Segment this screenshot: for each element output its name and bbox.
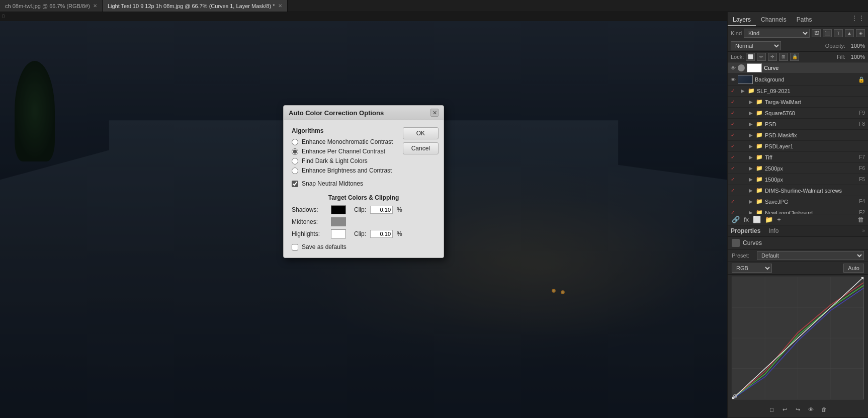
layer-arrow-3[interactable]: ▶: [749, 121, 754, 127]
blend-mode-select[interactable]: Normal: [731, 41, 781, 50]
shadows-label: Shadows:: [292, 206, 327, 213]
layer-item[interactable]: ✓ ▶ 📁 SLF_09-2021: [728, 86, 868, 97]
background-layer[interactable]: 👁 Background 🔒: [728, 74, 868, 86]
preset-label: Preset:: [732, 253, 757, 259]
lock-icon-artboards[interactable]: ⊞: [779, 53, 788, 61]
layer-item[interactable]: ✓ ▶ 📁 1500px F5: [728, 174, 868, 185]
tab-1-close[interactable]: ✕: [278, 3, 282, 9]
props-icon-undo[interactable]: ↩: [779, 404, 791, 414]
info-tab[interactable]: Info: [768, 227, 778, 234]
radio-monochromatic-input[interactable]: [292, 139, 298, 145]
layer-item[interactable]: ✓ ▶ 📁 Square5760 F9: [728, 108, 868, 119]
new-layer-button[interactable]: +: [776, 216, 782, 223]
props-icon-redo[interactable]: ↪: [793, 404, 804, 414]
curve-adjustment-icon: [738, 64, 745, 71]
layer-check-8: ✓: [731, 177, 737, 182]
fill-value: 100%: [847, 54, 865, 60]
curve-mask-thumbnail: [747, 63, 762, 72]
curves-chart[interactable]: [732, 277, 864, 399]
layer-item[interactable]: ✓ ▶ 📁 2500px F6: [728, 163, 868, 174]
layer-shortcut-6: F7: [859, 154, 865, 160]
delete-layer-button[interactable]: 🗑: [856, 216, 865, 223]
lock-icon-position[interactable]: ✛: [768, 53, 777, 61]
tab-1[interactable]: Light Test 10 9 12p 1h 08m.jpg @ 66.7% (…: [103, 0, 288, 12]
active-layer-curve[interactable]: 👁 Curve: [728, 62, 868, 74]
dialog-close-button[interactable]: ✕: [430, 109, 439, 117]
layer-icon-adjustment[interactable]: ⬛: [823, 29, 832, 37]
preset-select[interactable]: Default: [757, 251, 864, 260]
layer-item[interactable]: ✓ ▶ 📁 SaveJPG F4: [728, 196, 868, 207]
shadows-color-swatch[interactable]: [331, 205, 346, 214]
layer-shortcut-2: F9: [859, 110, 865, 116]
shadows-clip-input[interactable]: [370, 206, 393, 214]
eye-icon-bg[interactable]: 👁: [731, 77, 736, 82]
tab-paths[interactable]: Paths: [792, 14, 817, 26]
link-layers-button[interactable]: 🔗: [731, 216, 741, 223]
layer-arrow-10[interactable]: ▶: [749, 199, 754, 204]
properties-expand[interactable]: »: [862, 228, 865, 233]
radio-brightness[interactable]: Enhance Brightness and Contrast: [292, 167, 436, 174]
layer-item[interactable]: ✓ ▶ 📁 NewFromClipboard F2: [728, 207, 868, 214]
channel-select[interactable]: RGB Red Green Blue: [732, 264, 772, 273]
layer-check-2: ✓: [731, 110, 737, 116]
layer-item[interactable]: ✓ ▶ 📁 PSD-Maskfix: [728, 130, 868, 141]
layer-arrow-1[interactable]: ▶: [749, 99, 754, 105]
layer-icon-shape[interactable]: ▲: [845, 29, 854, 37]
snap-neutral-input[interactable]: [292, 181, 298, 187]
radio-dark-light[interactable]: Find Dark & Light Colors: [292, 157, 436, 164]
cancel-button[interactable]: Cancel: [403, 142, 439, 154]
layer-icon-smart[interactable]: ◈: [856, 29, 865, 37]
layer-arrow-9[interactable]: ▶: [749, 188, 754, 193]
layer-arrow-4[interactable]: ▶: [749, 132, 754, 138]
opacity-value: 100%: [847, 43, 865, 49]
add-mask-button[interactable]: ⬜: [752, 216, 762, 223]
layer-folder-icon-7: 📁: [756, 165, 763, 172]
layer-arrow-11[interactable]: ▶: [749, 210, 754, 214]
layer-shortcut-10: F4: [859, 199, 865, 204]
layer-arrow-8[interactable]: ▶: [749, 177, 754, 182]
radio-brightness-input[interactable]: [292, 168, 298, 174]
highlights-color-swatch[interactable]: [331, 229, 346, 238]
props-icon-visibility[interactable]: 👁: [806, 404, 817, 414]
props-icon-delete[interactable]: 🗑: [819, 404, 830, 414]
layer-shortcut-8: F5: [859, 177, 865, 182]
new-group-button[interactable]: 📁: [764, 216, 774, 223]
layer-check-4: ✓: [731, 132, 737, 138]
layer-arrow-6[interactable]: ▶: [749, 154, 754, 160]
layer-item[interactable]: ✓ ▶ 📁 DIMS-Shurline-Walmart screws: [728, 185, 868, 196]
ok-button[interactable]: OK: [403, 127, 439, 139]
tab-channels[interactable]: Channels: [756, 14, 792, 26]
lock-icon-pixels[interactable]: ✏: [757, 53, 766, 61]
layer-check-3: ✓: [731, 121, 737, 127]
eye-icon-curve[interactable]: 👁: [731, 65, 736, 71]
kind-select[interactable]: Kind: [744, 29, 810, 38]
snap-neutral-label: Snap Neutral Midtones: [302, 180, 363, 187]
tab-layers[interactable]: Layers: [728, 14, 756, 26]
auto-button[interactable]: Auto: [843, 264, 864, 273]
layer-item[interactable]: ✓ ▶ 📁 Tiff F7: [728, 152, 868, 163]
radio-brightness-label: Enhance Brightness and Contrast: [302, 167, 392, 174]
layer-item[interactable]: ✓ ▶ 📁 PSDLayer1: [728, 141, 868, 152]
tab-0[interactable]: ch 08m-twl.jpg @ 66.7% (RGB/8#) ✕: [0, 0, 103, 12]
highlights-clip-input[interactable]: [370, 230, 393, 238]
tab-0-close[interactable]: ✕: [93, 3, 97, 9]
radio-dark-light-input[interactable]: [292, 158, 298, 164]
radio-per-channel-input[interactable]: [292, 148, 298, 155]
midtones-color-swatch[interactable]: [331, 217, 346, 226]
layer-check-11: ✓: [731, 210, 737, 214]
layer-icon-image[interactable]: 🖼: [812, 29, 821, 37]
add-style-button[interactable]: fx: [743, 216, 750, 223]
layer-item[interactable]: ✓ ▶ 📁 PSD F8: [728, 119, 868, 130]
panel-expand-button[interactable]: ⋮⋮: [848, 14, 868, 26]
layer-arrow-2[interactable]: ▶: [749, 110, 754, 116]
lock-icon-transparent[interactable]: ⬜: [746, 53, 755, 61]
layer-arrow-7[interactable]: ▶: [749, 165, 754, 171]
snap-neutral-checkbox[interactable]: Snap Neutral Midtones: [292, 180, 436, 187]
layer-item[interactable]: ✓ ▶ 📁 Targa-WalMart: [728, 97, 868, 108]
layer-arrow-5[interactable]: ▶: [749, 143, 754, 149]
save-defaults-checkbox[interactable]: [292, 244, 298, 250]
props-icon-select[interactable]: ◻: [766, 404, 777, 414]
lock-icon-all[interactable]: 🔒: [790, 53, 799, 61]
layer-arrow-0[interactable]: ▶: [741, 88, 746, 94]
layer-icon-type[interactable]: T: [834, 29, 843, 37]
